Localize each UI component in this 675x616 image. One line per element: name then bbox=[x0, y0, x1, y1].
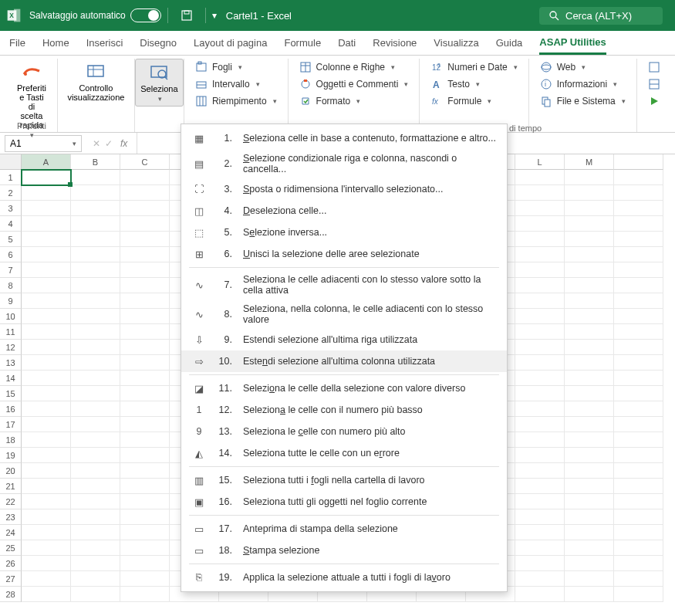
cell[interactable] bbox=[614, 216, 663, 232]
cell[interactable] bbox=[515, 371, 565, 386]
cell[interactable] bbox=[22, 201, 71, 216]
seleziona-button[interactable]: Seleziona ▾ bbox=[135, 59, 183, 107]
cell[interactable] bbox=[565, 324, 614, 340]
cell[interactable] bbox=[71, 185, 120, 201]
ribbon-file-e-sistema-button[interactable]: File e Sistema▾ bbox=[537, 94, 629, 108]
row-header[interactable]: 15 bbox=[0, 386, 22, 401]
cell[interactable] bbox=[120, 509, 170, 525]
fx-icon[interactable]: fx bbox=[117, 138, 130, 149]
cell[interactable] bbox=[515, 494, 565, 509]
cell[interactable] bbox=[120, 216, 170, 232]
tab-file[interactable]: File bbox=[9, 32, 25, 53]
cell[interactable] bbox=[614, 293, 663, 309]
cell[interactable] bbox=[71, 525, 120, 540]
cell[interactable] bbox=[515, 432, 565, 448]
cell[interactable] bbox=[22, 587, 71, 602]
ribbon-riempimento-button[interactable]: Riempimento▾ bbox=[192, 94, 280, 108]
cell[interactable] bbox=[565, 247, 614, 262]
ribbon-oggetti-e-commenti-button[interactable]: Oggetti e Commenti▾ bbox=[296, 77, 412, 91]
row-header[interactable]: 3 bbox=[0, 201, 22, 216]
row-header[interactable]: 12 bbox=[0, 340, 22, 355]
cell[interactable] bbox=[565, 293, 614, 309]
cell[interactable] bbox=[71, 463, 120, 479]
cell[interactable] bbox=[22, 432, 71, 448]
cell[interactable] bbox=[120, 525, 170, 540]
row-header[interactable]: 1 bbox=[0, 170, 22, 185]
menu-item-11[interactable]: ◪11.Seleziona le celle della selezione c… bbox=[181, 377, 507, 399]
cell[interactable] bbox=[71, 340, 120, 355]
cell[interactable] bbox=[71, 540, 120, 556]
cell[interactable] bbox=[515, 556, 565, 571]
row-header[interactable]: 22 bbox=[0, 494, 22, 509]
menu-item-7[interactable]: ∿7.Seleziona le celle adiacenti con lo s… bbox=[181, 270, 507, 300]
cell[interactable] bbox=[71, 201, 120, 216]
cell[interactable] bbox=[71, 494, 120, 509]
menu-item-13[interactable]: 913.Seleziona le celle con numero più al… bbox=[181, 421, 507, 442]
menu-item-9[interactable]: ⇩9.Estendi selezione all'ultima riga uti… bbox=[181, 329, 507, 350]
cell[interactable] bbox=[614, 571, 663, 587]
ribbon-testo-button[interactable]: ATesto▾ bbox=[427, 77, 520, 91]
cell[interactable] bbox=[515, 355, 565, 371]
customize-qat[interactable]: ▾ bbox=[212, 10, 217, 21]
cell[interactable] bbox=[614, 479, 663, 494]
cell[interactable] bbox=[515, 340, 565, 355]
tab-formule[interactable]: Formule bbox=[284, 32, 321, 53]
extras-button-1[interactable] bbox=[645, 60, 663, 74]
cell[interactable] bbox=[565, 463, 614, 479]
search-box[interactable]: Cerca (ALT+X) bbox=[539, 7, 663, 25]
cell[interactable] bbox=[22, 556, 71, 571]
row-header[interactable]: 16 bbox=[0, 401, 22, 417]
row-header[interactable]: 21 bbox=[0, 479, 22, 494]
cell[interactable] bbox=[22, 540, 71, 556]
save-icon[interactable] bbox=[181, 9, 193, 22]
cell[interactable] bbox=[565, 571, 614, 587]
row-header[interactable]: 14 bbox=[0, 371, 22, 386]
cell[interactable] bbox=[515, 386, 565, 401]
column-header[interactable]: A bbox=[22, 154, 71, 170]
cell[interactable] bbox=[71, 232, 120, 247]
column-header[interactable]: M bbox=[565, 154, 614, 170]
cell[interactable] bbox=[515, 201, 565, 216]
cell[interactable] bbox=[22, 232, 71, 247]
tab-inserisci[interactable]: Inserisci bbox=[86, 32, 123, 53]
cell[interactable] bbox=[614, 262, 663, 278]
cell[interactable] bbox=[22, 386, 71, 401]
cell[interactable] bbox=[614, 401, 663, 417]
cell[interactable] bbox=[120, 371, 170, 386]
cell[interactable] bbox=[614, 494, 663, 509]
column-header[interactable] bbox=[614, 154, 663, 170]
cell[interactable] bbox=[120, 479, 170, 494]
row-header[interactable]: 25 bbox=[0, 540, 22, 556]
cell[interactable] bbox=[120, 309, 170, 324]
cell[interactable] bbox=[515, 417, 565, 432]
menu-item-2[interactable]: ▤2.Selezione condizionale riga e colonna… bbox=[181, 149, 507, 178]
cell[interactable] bbox=[614, 587, 663, 602]
tab-revisione[interactable]: Revisione bbox=[373, 32, 417, 53]
cell[interactable] bbox=[22, 355, 71, 371]
cell[interactable] bbox=[71, 587, 120, 602]
menu-item-6[interactable]: ⊞6.Unisci la selezione delle aree selezi… bbox=[181, 243, 507, 265]
cell[interactable] bbox=[71, 432, 120, 448]
cell[interactable] bbox=[614, 556, 663, 571]
cell[interactable] bbox=[614, 417, 663, 432]
cell[interactable] bbox=[120, 355, 170, 371]
cell[interactable] bbox=[22, 340, 71, 355]
cell[interactable] bbox=[120, 494, 170, 509]
cell[interactable] bbox=[120, 556, 170, 571]
accept-formula-icon[interactable]: ✓ bbox=[105, 138, 113, 149]
cell[interactable] bbox=[22, 448, 71, 463]
row-header[interactable]: 26 bbox=[0, 556, 22, 571]
cell[interactable] bbox=[120, 201, 170, 216]
column-header[interactable]: L bbox=[515, 154, 565, 170]
cell[interactable] bbox=[515, 216, 565, 232]
cell[interactable] bbox=[614, 540, 663, 556]
cell[interactable] bbox=[515, 309, 565, 324]
cell[interactable] bbox=[614, 278, 663, 293]
row-header[interactable]: 11 bbox=[0, 324, 22, 340]
cell[interactable] bbox=[22, 479, 71, 494]
cell[interactable] bbox=[71, 309, 120, 324]
cell[interactable] bbox=[120, 386, 170, 401]
cell[interactable] bbox=[22, 216, 71, 232]
cell[interactable] bbox=[515, 509, 565, 525]
cell[interactable] bbox=[515, 448, 565, 463]
